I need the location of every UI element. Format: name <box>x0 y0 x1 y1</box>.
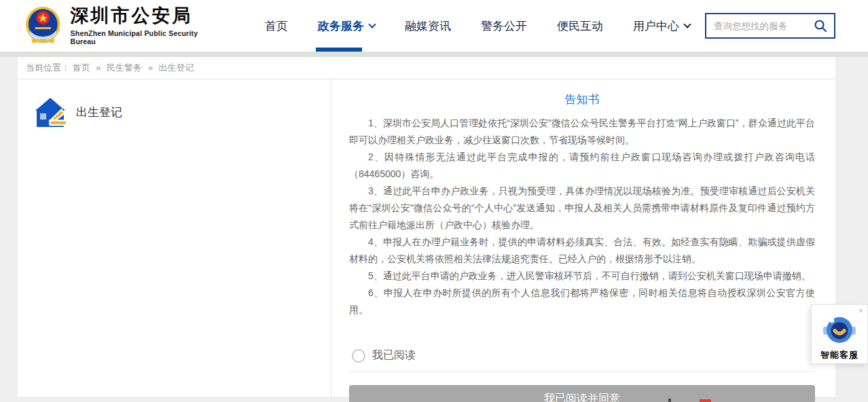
content-row: 出生登记 告知书 1、深圳市公安局人口管理处依托“深圳公安”微信公众号民生警务平… <box>18 79 835 397</box>
breadcrumb-item-home[interactable]: 首页 <box>73 62 90 73</box>
left-panel: 出生登记 <box>18 79 331 397</box>
house-icon <box>34 96 67 128</box>
page-background: 当前位置： 首页 » 民生警务 » 出生登记 出生登记 <box>0 57 868 402</box>
org-names: 深圳市公安局 ShenZhen Municipal Public Securit… <box>71 6 221 45</box>
main-nav: 首页 政务服务 融媒资讯 警务公开 便民互动 用户中心 <box>250 0 705 52</box>
nav-item-government-services[interactable]: 政务服务 <box>318 0 375 52</box>
nav-item-public-interaction[interactable]: 便民互动 <box>557 0 603 52</box>
agree-button[interactable]: 我已阅读并同意 <box>349 385 815 402</box>
org-name-cn: 深圳市公安局 <box>71 6 221 26</box>
smart-customer-service-widget[interactable]: × 智能客服 <box>811 304 868 364</box>
police-badge-icon <box>24 5 62 47</box>
nav-label: 便民互动 <box>557 18 603 34</box>
have-read-radio-row[interactable]: 我已阅读 <box>352 348 815 363</box>
service-item-birth-registration[interactable]: 出生登记 <box>34 96 331 128</box>
nav-label: 用户中心 <box>633 18 679 34</box>
have-read-radio-label: 我已阅读 <box>372 348 416 363</box>
chat-widget-label: 智能客服 <box>812 349 867 361</box>
nav-label: 首页 <box>265 18 288 34</box>
content-container: 当前位置： 首页 » 民生警务 » 出生登记 出生登记 <box>18 57 835 397</box>
chevron-down-icon <box>368 20 376 28</box>
breadcrumb-prefix: 当前位置： <box>26 62 70 73</box>
notice-paragraph: 5、通过此平台申请的户政业务，进入民警审核环节后，不可自行撤销，请到公安机关窗口… <box>349 268 815 285</box>
nav-label: 政务服务 <box>318 18 364 34</box>
footer-fragment-badge <box>700 399 711 402</box>
site-logo[interactable]: 深圳市公安局 ShenZhen Municipal Public Securit… <box>24 5 221 47</box>
nav-item-police-disclosure[interactable]: 警务公开 <box>481 0 527 52</box>
header-divider-strip <box>0 52 868 57</box>
divider <box>349 371 815 372</box>
notice-title: 告知书 <box>349 92 815 107</box>
nav-label: 融媒资讯 <box>405 18 451 34</box>
breadcrumb-separator: » <box>148 62 153 73</box>
have-read-radio[interactable] <box>352 349 365 363</box>
active-tab-underline <box>316 48 362 52</box>
chevron-down-icon <box>683 20 691 28</box>
nav-item-user-center[interactable]: 用户中心 <box>633 0 690 52</box>
robot-icon <box>823 314 856 346</box>
close-icon[interactable]: × <box>858 306 863 315</box>
org-name-en: ShenZhen Municipal Public Security Burea… <box>71 29 221 45</box>
footer-fragment-text <box>668 399 671 402</box>
search-icon[interactable] <box>813 18 828 33</box>
search-input[interactable] <box>712 20 813 32</box>
notice-panel: 告知书 1、深圳市公安局人口管理处依托“深圳公安”微信公众号民生警务平台打造“网… <box>331 79 835 397</box>
nav-label: 警务公开 <box>481 18 527 34</box>
nav-item-home[interactable]: 首页 <box>265 0 288 52</box>
breadcrumb: 当前位置： 首页 » 民生警务 » 出生登记 <box>18 57 835 79</box>
service-item-label: 出生登记 <box>76 105 122 120</box>
notice-paragraph: 6、申报人在申办时所提供的所有个人信息我们都将严格保密，同时相关信息将自动授权深… <box>349 285 815 318</box>
breadcrumb-item-birth-registration: 出生登记 <box>159 62 194 73</box>
notice-paragraph: 4、申报人在办理户籍业务时，提供的申请材料必须真实、合法、有效。如经查实有隐瞒、… <box>349 234 815 268</box>
breadcrumb-item-civil-police-services[interactable]: 民生警务 <box>107 62 142 73</box>
notice-paragraph: 1、深圳市公安局人口管理处依托“深圳公安”微信公众号民生警务平台打造“网上户政窗… <box>349 115 815 149</box>
breadcrumb-separator: » <box>96 62 101 73</box>
notice-body: 1、深圳市公安局人口管理处依托“深圳公安”微信公众号民生警务平台打造“网上户政窗… <box>349 115 815 318</box>
notice-paragraph: 2、因特殊情形无法通过此平台完成申报的，请预约前往户政窗口现场咨询办理或拨打户政… <box>349 149 815 183</box>
notice-paragraph: 3、通过此平台申办户政业务，只视为预受理，具体办理情况以现场核验为准。预受理审核… <box>349 183 815 234</box>
nav-item-media-news[interactable]: 融媒资讯 <box>405 0 451 52</box>
search-box <box>705 13 835 39</box>
site-header: 深圳市公安局 ShenZhen Municipal Public Securit… <box>0 0 868 52</box>
